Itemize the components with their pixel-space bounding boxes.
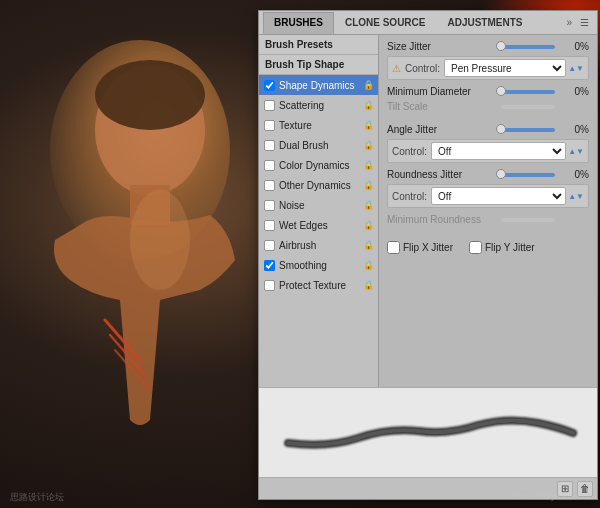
control1-label: Control: [405, 63, 440, 74]
angle-jitter-value: 0% [559, 124, 589, 135]
watermark-left: 思路设计论坛 [10, 491, 64, 504]
tab-clone-source[interactable]: CLONE SOURCE [334, 12, 437, 34]
lock-icon-scattering: 🔒 [363, 100, 374, 110]
control2-select[interactable]: Off Fade Pen Pressure Pen Tilt [431, 142, 566, 160]
roundness-jitter-label: Roundness Jitter [387, 169, 497, 180]
flip-x-checkbox[interactable] [387, 241, 400, 254]
flip-y-item: Flip Y Jitter [469, 241, 535, 254]
tab-overflow-arrows[interactable]: » [562, 17, 576, 28]
angle-jitter-label: Angle Jitter [387, 124, 497, 135]
min-diameter-value: 0% [559, 86, 589, 97]
size-jitter-slider[interactable] [501, 45, 555, 49]
watermark: 思路设计论坛 www.missyuan.com [0, 491, 600, 504]
brush-item-other-dynamics[interactable]: Other Dynamics 🔒 [259, 175, 378, 195]
brush-item-scattering[interactable]: Scattering 🔒 [259, 95, 378, 115]
angle-jitter-row: Angle Jitter 0% [387, 124, 589, 135]
brush-item-shape-dynamics[interactable]: Shape Dynamics 🔒 [259, 75, 378, 95]
control2-row: Control: Off Fade Pen Pressure Pen Tilt … [387, 139, 589, 163]
brush-stroke-svg [276, 403, 580, 463]
wet-edges-checkbox[interactable] [264, 219, 275, 230]
lock-icon-noise: 🔒 [363, 200, 374, 210]
texture-checkbox[interactable] [264, 119, 275, 130]
lock-icon-texture: 🔒 [363, 120, 374, 130]
protect-texture-checkbox[interactable] [264, 279, 275, 290]
control3-arrow[interactable]: ▲▼ [568, 192, 584, 201]
control3-row: Control: Off Fade Pen Pressure Pen Tilt … [387, 184, 589, 208]
svg-point-3 [130, 190, 190, 290]
dual-brush-checkbox[interactable] [264, 139, 275, 150]
shape-dynamics-checkbox[interactable] [264, 79, 275, 90]
brush-item-airbrush[interactable]: Airbrush 🔒 [259, 235, 378, 255]
tilt-scale-label: Tilt Scale [387, 101, 497, 112]
panel-menu-icon[interactable]: ☰ [576, 17, 593, 28]
roundness-jitter-value: 0% [559, 169, 589, 180]
brush-preview-area [259, 387, 597, 477]
noise-checkbox[interactable] [264, 199, 275, 210]
color-dynamics-checkbox[interactable] [264, 159, 275, 170]
control1-select[interactable]: Pen Pressure Off Fade Pen Tilt [444, 59, 566, 77]
flip-x-item: Flip X Jitter [387, 241, 453, 254]
lock-icon-airbrush: 🔒 [363, 240, 374, 250]
watermark-right: www.missyuan.com [511, 491, 590, 504]
min-roundness-slider [501, 218, 555, 222]
lock-icon-smoothing: 🔒 [363, 260, 374, 270]
tilt-scale-slider [501, 105, 555, 109]
control3-label: Control: [392, 191, 427, 202]
smoothing-checkbox[interactable] [264, 259, 275, 270]
lock-icon-wet-edges: 🔒 [363, 220, 374, 230]
control2-label: Control: [392, 146, 427, 157]
tab-adjustments[interactable]: ADJUSTMENTS [436, 12, 533, 34]
warning-icon: ⚠ [392, 63, 401, 74]
brush-item-dual-brush[interactable]: Dual Brush 🔒 [259, 135, 378, 155]
brush-item-noise[interactable]: Noise 🔒 [259, 195, 378, 215]
panel-content: Brush Presets Brush Tip Shape Shape Dyna… [259, 35, 597, 387]
size-jitter-value: 0% [559, 41, 589, 52]
brushes-panel: BRUSHES CLONE SOURCE ADJUSTMENTS » ☰ Bru… [258, 10, 598, 500]
brush-presets-header[interactable]: Brush Presets [259, 35, 378, 55]
lock-icon-color-dynamics: 🔒 [363, 160, 374, 170]
control2-arrow[interactable]: ▲▼ [568, 147, 584, 156]
min-roundness-row: Minimum Roundness [387, 214, 589, 225]
min-diameter-slider[interactable] [501, 90, 555, 94]
size-jitter-row: Size Jitter 0% [387, 41, 589, 52]
other-dynamics-checkbox[interactable] [264, 179, 275, 190]
brush-item-color-dynamics[interactable]: Color Dynamics 🔒 [259, 155, 378, 175]
flip-y-label: Flip Y Jitter [485, 242, 535, 253]
min-diameter-row: Minimum Diameter 0% [387, 86, 589, 97]
brush-item-wet-edges[interactable]: Wet Edges 🔒 [259, 215, 378, 235]
min-roundness-label: Minimum Roundness [387, 214, 497, 225]
tilt-scale-row: Tilt Scale [387, 101, 589, 112]
brush-settings: Size Jitter 0% ⚠ Control: Pen Pressure O… [379, 35, 597, 387]
control1-row: ⚠ Control: Pen Pressure Off Fade Pen Til… [387, 56, 589, 80]
flip-row: Flip X Jitter Flip Y Jitter [387, 241, 589, 254]
tab-brushes[interactable]: BRUSHES [263, 12, 334, 34]
roundness-jitter-row: Roundness Jitter 0% [387, 169, 589, 180]
brush-list: Brush Presets Brush Tip Shape Shape Dyna… [259, 35, 379, 387]
brush-item-protect-texture[interactable]: Protect Texture 🔒 [259, 275, 378, 295]
brush-item-smoothing[interactable]: Smoothing 🔒 [259, 255, 378, 275]
control3-select[interactable]: Off Fade Pen Pressure Pen Tilt [431, 187, 566, 205]
flip-x-label: Flip X Jitter [403, 242, 453, 253]
brush-item-texture[interactable]: Texture 🔒 [259, 115, 378, 135]
size-jitter-label: Size Jitter [387, 41, 497, 52]
lock-icon-dual-brush: 🔒 [363, 140, 374, 150]
tab-bar: BRUSHES CLONE SOURCE ADJUSTMENTS » ☰ [259, 11, 597, 35]
svg-point-1 [95, 60, 205, 130]
control1-arrow[interactable]: ▲▼ [568, 64, 584, 73]
min-diameter-label: Minimum Diameter [387, 86, 497, 97]
lock-icon-protect-texture: 🔒 [363, 280, 374, 290]
scattering-checkbox[interactable] [264, 99, 275, 110]
brush-tip-shape-header[interactable]: Brush Tip Shape [259, 55, 378, 75]
roundness-jitter-slider[interactable] [501, 173, 555, 177]
airbrush-checkbox[interactable] [264, 239, 275, 250]
background-person [20, 40, 260, 500]
angle-jitter-slider[interactable] [501, 128, 555, 132]
lock-icon-other-dynamics: 🔒 [363, 180, 374, 190]
flip-y-checkbox[interactable] [469, 241, 482, 254]
lock-icon-shape-dynamics: 🔒 [363, 80, 374, 90]
